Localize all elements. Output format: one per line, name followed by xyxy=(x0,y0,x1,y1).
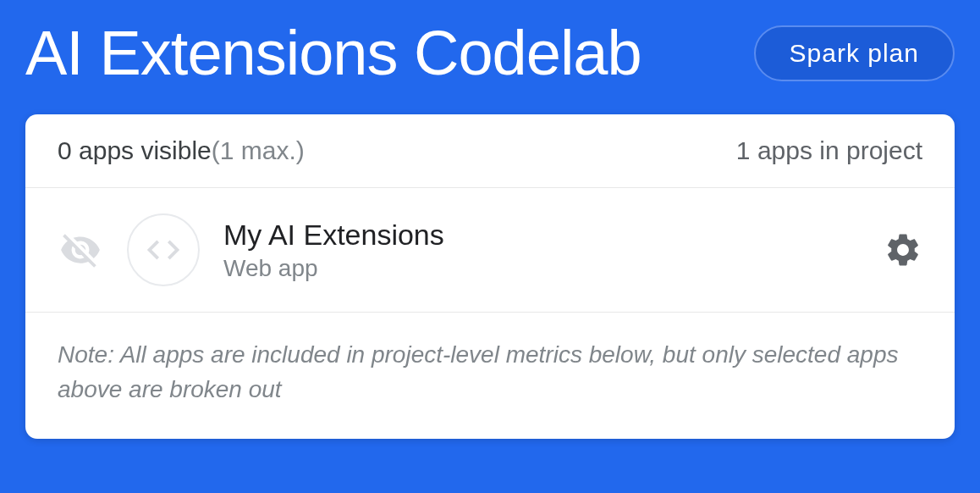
app-name: My AI Extensions xyxy=(223,219,884,252)
app-row[interactable]: My AI Extensions Web app xyxy=(25,188,955,313)
apps-card: 0 apps visible(1 max.) 1 apps in project… xyxy=(25,114,955,439)
gear-icon[interactable] xyxy=(884,230,922,269)
apps-visible-count: 0 apps visible xyxy=(58,136,212,164)
app-info: My AI Extensions Web app xyxy=(223,219,884,282)
plan-button[interactable]: Spark plan xyxy=(754,25,955,81)
page-header: AI Extensions Codelab Spark plan xyxy=(0,0,980,114)
apps-in-project-label: 1 apps in project xyxy=(736,136,922,165)
project-title: AI Extensions Codelab xyxy=(25,17,641,89)
apps-visible-label: 0 apps visible(1 max.) xyxy=(58,136,305,165)
note-text: Note: All apps are included in project-l… xyxy=(25,313,955,439)
card-header: 0 apps visible(1 max.) 1 apps in project xyxy=(25,114,955,188)
apps-visible-max: (1 max.) xyxy=(212,136,305,164)
code-icon xyxy=(127,213,200,286)
visibility-off-icon[interactable] xyxy=(58,227,103,273)
app-type: Web app xyxy=(223,255,884,282)
